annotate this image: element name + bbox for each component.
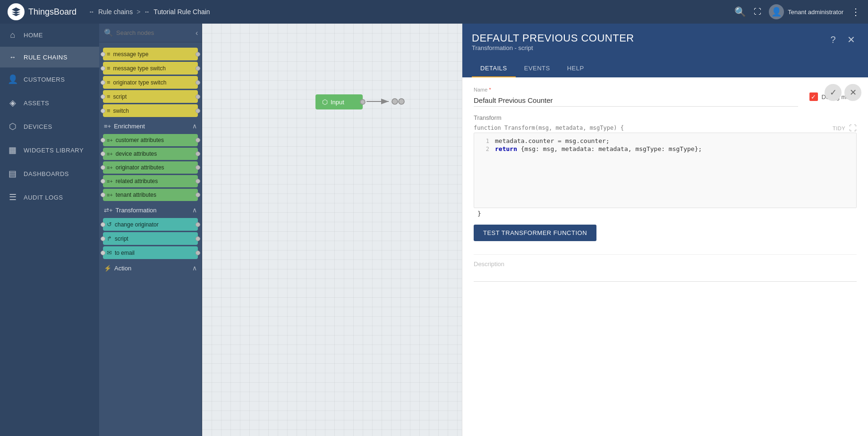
save-icon: ✓ [830,87,837,98]
name-input[interactable] [474,94,798,107]
more-menu-button[interactable]: ⋮ [851,6,860,17]
detail-subtitle: Transformation - script [472,44,634,51]
sidebar-item-customers[interactable]: 👤 CUSTOMERS [0,67,99,91]
input-node-output-connector[interactable] [360,99,366,105]
node-connector-right [196,109,200,113]
list-item[interactable]: ↺ change originator [103,218,198,231]
tab-events-label: EVENTS [524,65,550,72]
code-editor[interactable]: 1 metadata.counter = msg.counter; 2 retu… [474,133,857,208]
sidebar-item-assets[interactable]: ◈ ASSETS [0,91,99,115]
test-transformer-button[interactable]: TEST TRANSFORMER FUNCTION [474,225,596,241]
breadcrumb-rule-chains-link[interactable]: Rule chains [98,8,133,16]
node-icon: ≡+ [107,137,113,143]
sidebar-item-audit-logs-label: AUDIT LOGS [24,194,63,201]
node-label: message type [113,51,194,58]
node-connector-right [196,52,200,57]
canvas-node-input[interactable]: ⬡ Input [315,94,363,109]
debug-mode-checkbox[interactable]: ✓ [809,92,818,101]
user-menu[interactable]: 👤 Tenant administrator [769,4,843,19]
node-connector-right [196,94,200,99]
app-logo: ThingsBoard [8,3,83,20]
list-item[interactable]: ≡ script [103,90,198,103]
transformation-add-icon: ⇄+ [104,207,113,214]
node-connector-left [101,109,105,113]
name-field: Name [474,87,798,107]
sidebar-item-home[interactable]: ⌂ HOME [0,24,99,47]
transformation-collapse-icon[interactable]: ∧ [192,206,197,214]
enrichment-label: Enrichment [114,123,145,130]
sidebar-item-rule-chains[interactable]: ↔ RULE CHAINS [0,47,99,67]
node-palette: 🔍 ‹ ≡ message type ≡ message [99,24,202,436]
sidebar-item-dashboards[interactable]: ▤ DASHBOARDS [0,162,99,185]
node-icon: ≡ [107,93,111,100]
fullscreen-button[interactable]: ⛶ [754,8,761,16]
sidebar-item-devices[interactable]: ⬡ DEVICES [0,115,99,138]
action-collapse-icon[interactable]: ∧ [192,264,197,272]
description-input[interactable] [474,269,857,282]
breadcrumb-current-icon: ↔ [144,8,150,15]
enrichment-collapse-icon[interactable]: ∧ [192,122,197,130]
sidebar-item-audit-logs[interactable]: ☰ AUDIT LOGS [0,185,99,209]
palette-search-bar: 🔍 ‹ [99,24,202,42]
search-button[interactable]: 🔍 [734,6,746,17]
topbar-actions: 🔍 ⛶ 👤 Tenant administrator ⋮ [734,4,860,19]
node-connector-left [101,52,105,57]
node-connector-left [101,151,105,156]
close-icon: ✕ [847,34,855,45]
rule-chains-panel: 🔍 ‹ ≡ message type ≡ message [99,24,868,436]
node-icon: ≡+ [107,151,113,157]
canvas[interactable]: ⬡ Input [202,24,462,436]
node-icon: ≡ [107,107,111,114]
checkbox-check-icon: ✓ [811,93,816,101]
list-item[interactable]: ≡ originator type switch [103,76,198,89]
line-content-2: return {msg: msg, metadata: metadata, ms… [495,145,702,152]
devices-icon: ⬡ [8,121,18,132]
list-item[interactable]: ≡+ originator attributes [103,161,198,174]
breadcrumb: ↔ Rule chains > ↔ Tutorial Rule Chain [89,8,729,16]
node-connector-right [196,222,200,227]
detail-panel: DEFAULT PREVIOUS COUNTER Transformation … [462,24,868,436]
node-icon: ≡ [107,50,111,58]
detail-header-top: DEFAULT PREVIOUS COUNTER Transformation … [472,32,859,58]
palette-search-input[interactable] [116,29,196,36]
list-item[interactable]: ≡+ tenant attributes [103,189,198,201]
breadcrumb-rule-chains-icon: ↔ [89,8,94,15]
line-content-1: metadata.counter = msg.counter; [495,137,610,144]
node-connector-right [196,138,200,143]
detail-close-button[interactable]: ✕ [843,32,859,47]
list-item[interactable]: ↱ script [103,232,198,245]
node-connector-left [101,222,105,227]
audit-logs-icon: ☰ [8,192,18,202]
content-area: 🔍 ‹ ≡ message type ≡ message [99,24,868,436]
node-label: customer attributes [116,137,194,143]
tidy-button[interactable]: TIDY [833,126,845,131]
tab-events[interactable]: EVENTS [516,60,559,77]
list-item[interactable]: ≡ switch [103,104,198,117]
tab-details-label: DETAILS [480,65,507,72]
cancel-button[interactable]: ✕ [844,84,861,101]
node-label: to email [115,250,194,256]
code-fullscreen-button[interactable]: ⛶ [849,124,857,133]
tab-details[interactable]: DETAILS [472,60,516,77]
expand-icon: ⛶ [849,124,857,132]
help-button[interactable]: ? [825,32,841,47]
list-item[interactable]: ≡+ device attributes [103,148,198,160]
sidebar-item-customers-label: CUSTOMERS [24,76,65,83]
tab-help[interactable]: HELP [559,60,593,77]
list-item[interactable]: ✉ to email [103,246,198,259]
list-item[interactable]: ≡+ customer attributes [103,134,198,146]
dashboards-icon: ▤ [8,168,18,179]
detail-tabs: DETAILS EVENTS HELP [472,60,859,77]
palette-collapse-icon[interactable]: ‹ [196,29,198,37]
list-item[interactable]: ≡+ related attributes [103,175,198,187]
node-connector-right [196,151,200,156]
detail-header: DEFAULT PREVIOUS COUNTER Transformation … [462,24,868,77]
sidebar-item-widgets-library[interactable]: ▦ WIDGETS LIBRARY [0,138,99,162]
search-icon: 🔍 [734,6,746,17]
save-button[interactable]: ✓ [825,84,842,101]
sidebar-item-rule-chains-label: RULE CHAINS [24,54,68,61]
list-item[interactable]: ≡ message type switch [103,62,198,75]
help-icon: ? [830,34,835,45]
list-item[interactable]: ≡ message type [103,48,198,60]
node-label: originator attributes [116,164,194,171]
